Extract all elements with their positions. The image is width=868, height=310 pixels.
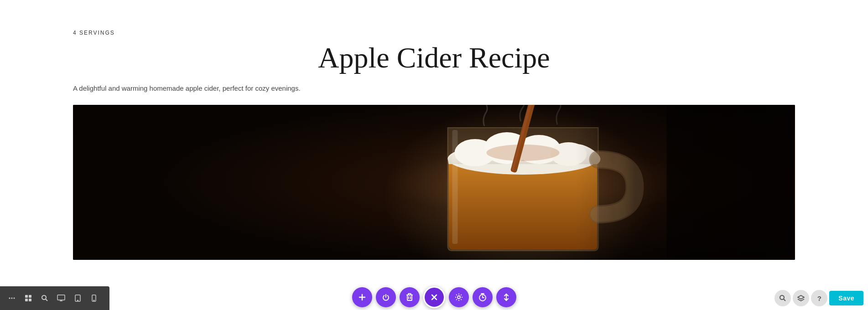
layers-icon [797, 294, 805, 302]
add-element-button[interactable] [352, 287, 372, 307]
more-options-button[interactable] [5, 291, 19, 305]
close-icon [431, 294, 438, 301]
svg-point-14 [9, 298, 10, 299]
recipe-image [73, 105, 795, 260]
recipe-title: Apple Cider Recipe [73, 41, 795, 76]
svg-line-43 [784, 299, 785, 301]
mobile-icon [92, 294, 96, 302]
trash-icon [406, 293, 413, 301]
right-toolbar: ? Save [770, 286, 868, 310]
sort-icon [503, 293, 510, 301]
recipe-description: A delightful and warming homemade apple … [73, 83, 795, 94]
more-options-icon [8, 294, 16, 302]
svg-rect-20 [29, 299, 31, 301]
svg-rect-19 [25, 299, 28, 301]
svg-rect-17 [25, 295, 28, 298]
page-content: 4 SERVINGS Apple Cider Recipe A delightf… [0, 0, 868, 260]
right-search-icon [779, 294, 786, 302]
svg-point-27 [77, 300, 78, 301]
svg-rect-10 [452, 130, 458, 244]
center-toolbar [352, 286, 516, 310]
svg-point-15 [11, 298, 13, 299]
svg-rect-18 [29, 295, 31, 298]
cider-photo [73, 105, 795, 260]
tablet-icon [75, 294, 81, 302]
power-icon [382, 293, 390, 301]
clock-icon [478, 293, 487, 301]
settings-button[interactable] [449, 287, 469, 307]
servings-label: 4 SERVINGS [73, 0, 795, 41]
delete-button[interactable] [400, 287, 420, 307]
svg-rect-13 [576, 105, 795, 260]
power-button[interactable] [376, 287, 396, 307]
layers-button[interactable] [793, 290, 809, 306]
svg-point-16 [14, 298, 15, 299]
gear-icon [455, 293, 463, 301]
desktop-icon [57, 294, 65, 302]
svg-point-36 [457, 296, 460, 299]
help-icon: ? [817, 294, 821, 302]
search-button[interactable] [37, 291, 52, 305]
svg-line-22 [46, 299, 47, 301]
mobile-view-button[interactable] [87, 291, 101, 305]
save-button[interactable]: Save [829, 291, 863, 305]
svg-point-42 [780, 295, 784, 300]
desktop-view-button[interactable] [54, 291, 68, 305]
add-icon [358, 293, 366, 301]
right-search-button[interactable] [774, 290, 791, 306]
search-icon [41, 294, 48, 302]
svg-rect-23 [57, 295, 65, 300]
svg-marker-44 [798, 295, 804, 299]
svg-point-29 [94, 300, 94, 301]
help-button[interactable]: ? [811, 290, 827, 306]
bottom-left-toolbar [0, 286, 109, 310]
cider-svg [73, 105, 795, 260]
tablet-view-button[interactable] [70, 291, 85, 305]
close-active-button[interactable] [423, 286, 445, 308]
svg-point-21 [42, 295, 46, 300]
grid-icon [25, 294, 32, 302]
timer-button[interactable] [473, 287, 493, 307]
grid-view-button[interactable] [21, 291, 36, 305]
sort-button[interactable] [496, 287, 516, 307]
